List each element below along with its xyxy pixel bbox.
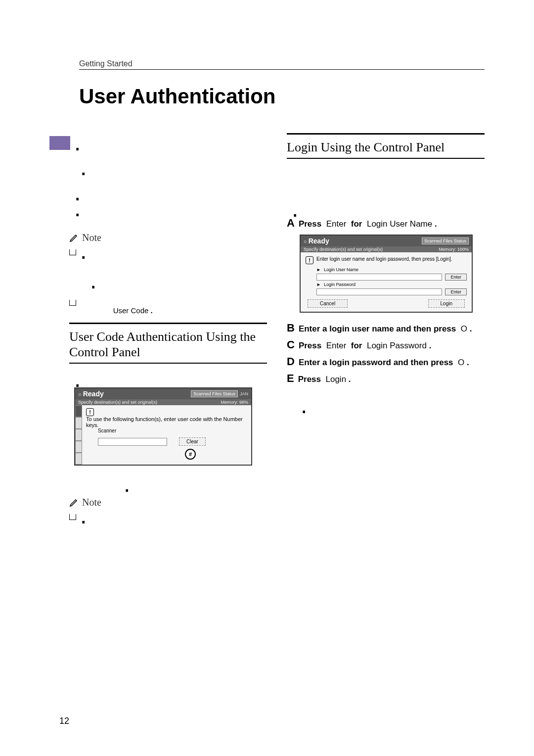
date-jan: JAN bbox=[240, 391, 248, 396]
page-number: 12 bbox=[59, 716, 69, 726]
step-text: Enter a login user name and then press O… bbox=[299, 324, 472, 334]
scanned-files-status-button[interactable]: Scanned Files Status bbox=[422, 237, 469, 244]
tab-cell[interactable] bbox=[75, 429, 82, 441]
note-label: Note bbox=[69, 497, 267, 508]
side-tabs bbox=[75, 405, 82, 465]
step-letter: C bbox=[287, 339, 295, 350]
step-d: D Enter a login password and then press … bbox=[287, 356, 485, 368]
triangle-icon: ► bbox=[316, 267, 321, 272]
redacted-text: . . . . bbox=[69, 139, 267, 212]
control-panel-screenshot-login: ○ Ready Scanned Files Status Specify des… bbox=[300, 235, 473, 313]
login-password-input-row: Enter bbox=[316, 288, 467, 295]
section-heading: User Code Authentication Using the Contr… bbox=[69, 329, 267, 360]
memory-indicator: Memory: 98% bbox=[221, 400, 248, 405]
bullet-icon bbox=[69, 300, 76, 306]
ready-status: ○ Ready bbox=[304, 237, 329, 245]
section-divider-top bbox=[287, 133, 485, 135]
section-divider-bottom bbox=[287, 158, 485, 159]
note-body: User Code . bbox=[80, 298, 153, 315]
usercode-input[interactable] bbox=[98, 438, 167, 446]
scanner-label: Scanner bbox=[98, 428, 247, 433]
screenshot-body-wrap: ! To use the following function(s), ente… bbox=[75, 405, 251, 465]
step-text: Press Login . bbox=[298, 374, 351, 385]
login-user-name-input[interactable] bbox=[316, 274, 442, 281]
login-password-row: ► Login Password bbox=[316, 282, 467, 287]
triangle-icon: ► bbox=[316, 282, 321, 287]
section-tab bbox=[49, 136, 70, 150]
login-user-name-row: ► Login User Name bbox=[316, 267, 467, 272]
subheader-text: Specify destination(s) and set original(… bbox=[304, 247, 383, 252]
screenshot-header: ○ Ready Scanned Files Status JAN bbox=[75, 388, 251, 399]
step-a: A Press Enter for Login User Name . bbox=[287, 218, 485, 230]
tab-cell[interactable] bbox=[75, 441, 82, 453]
screenshot-subheader: Specify destination(s) and set original(… bbox=[301, 246, 472, 252]
usercode-input-row: Clear bbox=[98, 437, 247, 446]
page: Getting Started User Authentication . . … bbox=[0, 0, 534, 558]
subheader-text: Specify destination(s) and set original(… bbox=[78, 400, 157, 405]
header: Getting Started User Authentication bbox=[79, 59, 485, 108]
running-head: Getting Started bbox=[79, 59, 485, 68]
enter-button[interactable]: Enter bbox=[445, 274, 467, 281]
control-panel-screenshot-usercode: ○ Ready Scanned Files Status JAN Specify… bbox=[74, 387, 252, 466]
msg-text: To use the following function(s), enter … bbox=[86, 416, 243, 428]
tab-cell[interactable] bbox=[75, 453, 82, 465]
divider bbox=[79, 69, 485, 70]
enter-button[interactable]: Enter bbox=[445, 288, 467, 295]
note-body: . . bbox=[80, 247, 96, 290]
step-letter: A bbox=[287, 218, 295, 229]
section-divider-bottom bbox=[69, 363, 267, 364]
memory-indicator: Memory: 100% bbox=[439, 247, 469, 252]
cancel-button[interactable]: Cancel bbox=[308, 299, 348, 308]
login-password-input[interactable] bbox=[316, 288, 442, 295]
step-text: Press Enter for Login User Name . bbox=[299, 219, 437, 230]
scanned-files-status-button[interactable]: Scanned Files Status bbox=[191, 390, 238, 397]
note-item: User Code . bbox=[69, 298, 267, 315]
bullet-icon bbox=[69, 249, 76, 255]
info-icon: ! bbox=[306, 256, 313, 264]
tab-cell[interactable] bbox=[75, 417, 82, 429]
step-b: B Enter a login user name and then press… bbox=[287, 323, 485, 334]
left-column: . . . . Note . . User Cod bbox=[69, 133, 267, 528]
clear-button[interactable]: Clear bbox=[179, 437, 206, 446]
bullet-icon bbox=[69, 514, 76, 520]
msg-text: Enter login user name and login password… bbox=[316, 256, 452, 264]
button-row: Cancel Login bbox=[308, 299, 465, 308]
field-label: Login Password bbox=[324, 282, 356, 287]
step-text: Press Enter for Login Password . bbox=[299, 340, 431, 351]
step-e: E Press Login . bbox=[287, 373, 485, 385]
step-c: C Press Enter for Login Password . bbox=[287, 339, 485, 351]
content-columns: . . . . Note . . User Cod bbox=[69, 133, 485, 528]
login-button[interactable]: Login bbox=[428, 299, 465, 308]
field-label: Login User Name bbox=[324, 267, 358, 272]
ready-status: ○ Ready bbox=[78, 390, 104, 398]
instruction-message: ! To use the following function(s), ente… bbox=[86, 408, 247, 428]
right-column: Login Using the Control Panel . A Press … bbox=[287, 133, 485, 528]
instruction-message: ! Enter login user name and login passwo… bbox=[306, 256, 467, 264]
screenshot-body: ! Enter login user name and login passwo… bbox=[301, 252, 472, 312]
screenshot-body: ! To use the following function(s), ente… bbox=[82, 405, 251, 465]
tab-cell[interactable] bbox=[75, 405, 82, 417]
pencil-icon bbox=[69, 233, 79, 242]
step-text: Enter a login password and then press O … bbox=[299, 357, 469, 368]
info-icon: ! bbox=[86, 408, 94, 416]
note-label: Note bbox=[69, 232, 267, 243]
section-heading: Login Using the Control Panel bbox=[287, 140, 485, 155]
section-divider-top bbox=[69, 323, 267, 324]
screenshot-header: ○ Ready Scanned Files Status bbox=[301, 236, 472, 246]
page-title: User Authentication bbox=[79, 85, 485, 108]
note-item: . bbox=[69, 512, 267, 520]
step-letter: B bbox=[287, 323, 295, 333]
pencil-icon bbox=[69, 497, 79, 507]
login-user-name-input-row: Enter bbox=[316, 274, 467, 281]
user-code-ref: User Code bbox=[113, 306, 149, 315]
note-item: . . bbox=[69, 247, 267, 290]
step-letter: E bbox=[287, 373, 294, 384]
hash-key-button[interactable]: # bbox=[185, 449, 196, 460]
screenshot-subheader: Specify destination(s) and set original(… bbox=[75, 399, 251, 405]
step-letter: D bbox=[287, 356, 295, 367]
